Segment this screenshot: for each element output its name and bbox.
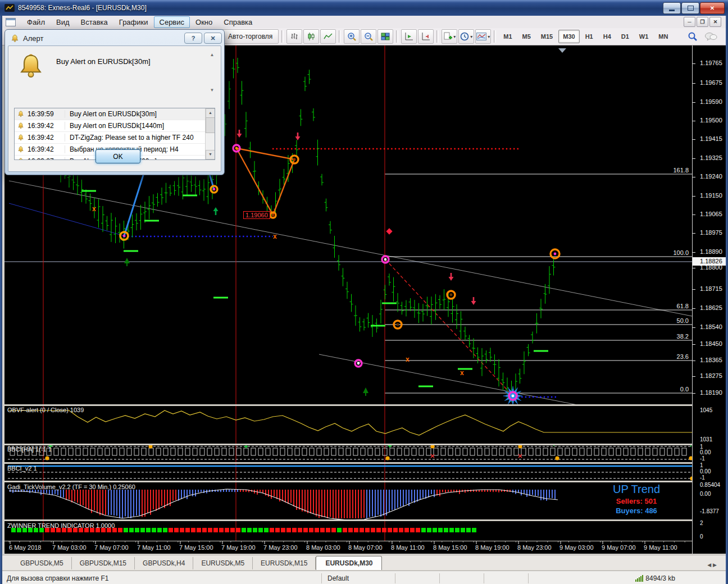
alert-text: DT-ZigZag: Please set to a higher TF 240 [65, 134, 194, 142]
trend-square [388, 528, 392, 532]
circle-marker-core [450, 294, 453, 296]
time-label: 8 May 15:00 [433, 544, 467, 551]
zoom-in-button[interactable] [344, 29, 360, 44]
ok-button[interactable]: OK [95, 149, 140, 163]
circle-marker-core [512, 395, 515, 398]
dialog-help-button[interactable]: ? [184, 33, 202, 44]
child-restore-button[interactable]: ❐ [697, 17, 708, 27]
time-label: 9 May 07:00 [602, 544, 636, 551]
indicator-scale-label: 0.00 [700, 491, 711, 497]
zoom-out-button[interactable] [361, 29, 376, 44]
alert-time: 16:39:42 [28, 134, 65, 142]
menu-Файл[interactable]: Файл [21, 16, 51, 28]
timeframe-M1[interactable]: M1 [499, 30, 516, 43]
x-marker: x [273, 232, 277, 240]
tab-EURUSDk,M30[interactable]: EURUSDk,M30 [316, 556, 382, 570]
timeframe-M5[interactable]: M5 [518, 30, 535, 43]
scroll-up-icon[interactable]: ▲ [208, 51, 216, 59]
menu-Вид[interactable]: Вид [51, 16, 75, 28]
child-minimize-button[interactable]: ─ [684, 17, 695, 27]
circle-marker-core [213, 188, 216, 191]
message-scrollbar[interactable]: ▲ ▼ [208, 51, 216, 94]
trend-square [253, 528, 257, 532]
tab-GBPUSDk,M15[interactable]: GBPUSDk,M15 [72, 557, 135, 569]
auto-scroll-button[interactable] [401, 29, 417, 44]
alert-row[interactable]: 16:39:59Buy Alert on EURUSDk[30m] [15, 108, 215, 120]
x-marker: x [460, 369, 464, 377]
status-cell [528, 573, 572, 583]
minimize-button[interactable] [663, 2, 681, 14]
fib-level-label: 100.0 [621, 249, 689, 256]
bell-icon [11, 34, 19, 43]
alert-dialog-titlebar[interactable]: Алерт ? ✕ [5, 30, 224, 45]
timeframe-MN[interactable]: MN [654, 30, 672, 43]
periods-button[interactable]: ▾ [458, 29, 474, 44]
tab-scroll-left-icon[interactable]: ◀ [707, 562, 711, 568]
time-label: 8 May 07:00 [348, 544, 383, 551]
menu-Справка[interactable]: Справка [218, 16, 258, 28]
line-chart-mode-button[interactable] [320, 29, 336, 44]
menu-Вставка[interactable]: Вставка [75, 16, 113, 28]
price-tick [693, 327, 695, 328]
trend-square [337, 528, 342, 532]
trend-square [286, 528, 291, 532]
trend-square [472, 528, 476, 532]
trend-square [416, 528, 420, 532]
price-tick [693, 233, 695, 234]
scroll-thumb[interactable] [206, 117, 215, 133]
close-button[interactable]: ✕ [700, 2, 725, 14]
trend-square [270, 528, 274, 532]
alert-message: Buy Alert on EURUSDk[30m] [56, 57, 198, 66]
tab-EURUSDk,M5[interactable]: EURUSDk,M5 [193, 557, 253, 569]
tab-GBPUSDk,H4[interactable]: GBPUSDk,H4 [135, 557, 193, 569]
list-scrollbar[interactable]: ▲ ▼ [205, 108, 215, 159]
menu-Сервис[interactable]: Сервис [154, 16, 190, 28]
tab-scroll-right-icon[interactable]: ▶ [713, 562, 717, 568]
trend-square [455, 528, 459, 532]
trend-square [191, 528, 195, 532]
tab-EURUSDk,M15[interactable]: EURUSDk,M15 [253, 557, 316, 569]
timeframe-M15[interactable]: M15 [536, 30, 557, 43]
autotrade-button[interactable]: Авто-торговля [222, 29, 279, 44]
trend-square [466, 528, 471, 532]
status-cell [395, 573, 439, 583]
child-close-button[interactable]: ✕ [709, 17, 721, 27]
trend-square [197, 528, 201, 532]
trend-square [382, 528, 386, 532]
menu-Окно[interactable]: Окно [190, 16, 218, 28]
dialog-close-button[interactable]: ✕ [204, 33, 222, 44]
timeframe-H4[interactable]: H4 [599, 30, 616, 43]
search-icon[interactable] [688, 31, 698, 42]
chat-icon[interactable] [704, 31, 718, 42]
scroll-down-icon[interactable]: ▼ [208, 86, 216, 94]
status-profile[interactable]: Default [321, 573, 395, 583]
templates-button[interactable]: ▾ [475, 29, 491, 44]
bbci-dot [555, 456, 559, 460]
scroll-down-icon[interactable]: ▼ [206, 150, 215, 159]
price-axis: 1.197651.196751.195901.195001.194151.193… [692, 45, 726, 554]
maximize-button[interactable] [681, 2, 699, 14]
price-tick [693, 196, 695, 197]
timeframe-D1[interactable]: D1 [617, 30, 634, 43]
time-label: 8 May 19:00 [475, 544, 509, 551]
scroll-up-icon[interactable]: ▲ [206, 108, 215, 118]
toolbar-separator [281, 30, 284, 43]
indicator-scale-label: 1045 [700, 407, 712, 413]
price-tick [693, 344, 695, 345]
menu-Графики[interactable]: Графики [113, 16, 154, 28]
price-label: 1.18190 [700, 389, 722, 396]
chart-shift-button[interactable] [418, 29, 434, 44]
alert-dialog-title: Алерт [23, 34, 183, 43]
tile-windows-button[interactable] [377, 29, 393, 44]
support-dash [371, 325, 385, 327]
bar-chart-mode-button[interactable] [286, 29, 302, 44]
timeframe-H1[interactable]: H1 [581, 30, 598, 43]
candlestick-mode-button[interactable] [303, 29, 319, 44]
timeframe-W1[interactable]: W1 [635, 30, 653, 43]
timeframe-M30[interactable]: M30 [558, 30, 579, 43]
alert-row[interactable]: 16:39:42Buy Alert on EURUSDk[1440m] [15, 120, 215, 132]
alert-row[interactable]: 16:39:42DT-ZigZag: Please set to a highe… [15, 132, 215, 144]
tab-GBPUSDk,M5[interactable]: GBPUSDk,M5 [12, 557, 72, 569]
new-order-button[interactable]: ▾ [442, 29, 457, 44]
pane-splitter [4, 481, 692, 482]
